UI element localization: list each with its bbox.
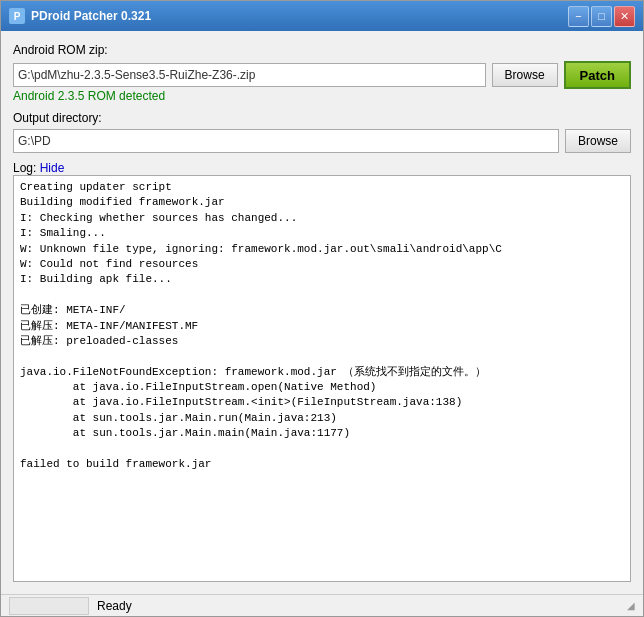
- close-button[interactable]: ✕: [614, 6, 635, 27]
- output-browse-button[interactable]: Browse: [565, 129, 631, 153]
- window-controls: − □ ✕: [568, 6, 635, 27]
- title-bar: P PDroid Patcher 0.321 − □ ✕: [1, 1, 643, 31]
- output-input-row: Browse: [13, 129, 631, 153]
- rom-browse-button[interactable]: Browse: [492, 63, 558, 87]
- restore-button[interactable]: □: [591, 6, 612, 27]
- output-input[interactable]: [13, 129, 559, 153]
- output-section: Output directory: Browse: [13, 111, 631, 153]
- rom-status: Android 2.3.5 ROM detected: [13, 89, 631, 103]
- hide-log-link[interactable]: Hide: [40, 161, 65, 175]
- status-bar: Ready ◢: [1, 594, 643, 616]
- rom-input[interactable]: [13, 63, 486, 87]
- output-label: Output directory:: [13, 111, 631, 125]
- log-output[interactable]: Creating updater script Building modifie…: [13, 175, 631, 582]
- window-title: PDroid Patcher 0.321: [31, 9, 568, 23]
- rom-input-row: Browse Patch: [13, 61, 631, 89]
- status-bar-progress: [9, 597, 89, 615]
- main-window: P PDroid Patcher 0.321 − □ ✕ Android ROM…: [0, 0, 644, 617]
- minimize-button[interactable]: −: [568, 6, 589, 27]
- app-icon: P: [9, 8, 25, 24]
- log-header: Log: Hide: [13, 161, 631, 175]
- resize-handle: ◢: [627, 600, 635, 611]
- rom-label: Android ROM zip:: [13, 43, 631, 57]
- log-section: Log: Hide Creating updater script Buildi…: [13, 161, 631, 582]
- patch-button[interactable]: Patch: [564, 61, 631, 89]
- rom-section: Android ROM zip: Browse Patch Android 2.…: [13, 43, 631, 103]
- content-area: Android ROM zip: Browse Patch Android 2.…: [1, 31, 643, 594]
- status-text: Ready: [97, 599, 132, 613]
